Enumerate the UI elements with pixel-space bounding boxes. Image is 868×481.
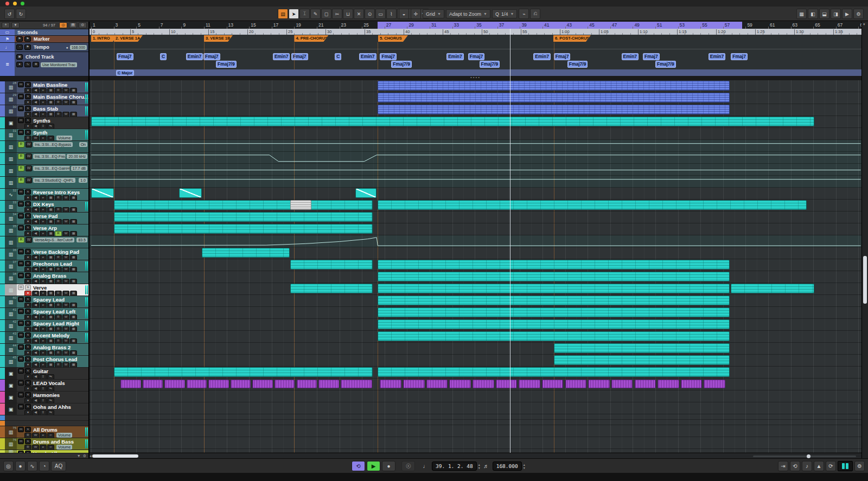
toolbar-extra-icon-1[interactable]: ⎌ [530,9,540,19]
record-button[interactable]: ● [382,461,395,471]
cycle-button[interactable]: ⟲ [352,461,365,471]
clip-vocal[interactable] [658,380,679,388]
zoom-tool-icon[interactable]: ⊙ [365,9,375,19]
lane-group-tracks[interactable] [90,420,861,425]
clip-blue[interactable] [378,105,730,114]
track-ins-3-studioeq-qhfl[interactable]: ▥RWIns.:3:StudioEQ -QHFL1.0 [0,177,88,189]
track-control-button-3[interactable]: ▦ [47,267,54,272]
transport-right-icon-4[interactable]: ⟳ [826,461,836,471]
mute-button[interactable]: m [18,392,24,397]
track-control-button-4[interactable]: R [55,231,62,236]
mute-button[interactable]: m [18,118,24,123]
lane-ins-3-st-eq-gainhfl[interactable] [90,164,861,176]
solo-button[interactable]: s [25,380,31,386]
automation-value[interactable]: 1.0 [79,178,87,183]
track-control-button-1[interactable]: ◀ [32,362,39,368]
clip-teal[interactable] [114,367,373,377]
gear-icon[interactable]: ⚙ [83,454,86,458]
mute-button[interactable]: m [18,368,24,374]
chord-event[interactable]: Fmaj7 [554,53,571,60]
vertical-scrollbar[interactable]: ▾ [861,22,868,458]
track-control-button-4[interactable]: R [55,303,62,308]
track-control-button-2[interactable]: e [40,291,47,296]
mute-button[interactable]: m [18,94,24,99]
mute-button[interactable]: m [18,332,24,338]
track-control-button-4[interactable]: R [55,100,62,105]
chord-event[interactable]: Emin7 [446,53,464,60]
track-control-button-6[interactable]: ▦ [70,350,77,356]
lane-post-chorus-lead[interactable] [90,355,861,367]
track-ins-3-st-eq-bypass[interactable]: ▥RWIns.:3:St...EQ-BypassOn [0,141,88,153]
automation-value[interactable]: 83.5 [76,238,87,242]
automation-value[interactable]: 20.00 kHz [67,154,87,159]
mute-button[interactable]: m [18,201,24,207]
lane-all-drums[interactable] [90,425,861,437]
clip-vocal[interactable] [426,380,448,388]
track-control-button-2[interactable]: ≡ [40,386,47,392]
comp-tool-icon[interactable]: ▭ [375,9,386,19]
track-control-button-2[interactable]: e [40,433,47,438]
track-verse-pad[interactable]: ▥34msVerse Pad●◀e▦RW▦ [0,213,88,225]
track-control-button-1[interactable]: ◀ [32,291,39,296]
clip-vocal[interactable] [164,380,184,388]
track-spacey-lead-right[interactable]: ▥42msSpacey Lead Right●◀e▦RW▦ [0,320,88,332]
clip-ramp[interactable] [179,188,202,198]
clip-vocal[interactable] [704,380,725,388]
solo-button[interactable]: s [25,332,31,338]
clip-vocal[interactable] [565,380,587,388]
track-presets-button[interactable]: ▾ [11,22,20,28]
track-control-button-4[interactable]: R [55,207,62,213]
tempo-mode-icon[interactable]: ♬ [482,461,491,471]
track-control-button-3[interactable]: ▦ [47,100,54,105]
track-control-button-1[interactable]: W [32,445,39,450]
chord-event[interactable]: Emin7 [622,53,639,60]
mute-button[interactable]: m [18,427,24,432]
bar-ruler[interactable]: 1357911131517192123252729313335373941434… [90,22,861,29]
track-control-button-6[interactable]: ▦ [70,219,77,225]
range-selection-tool-icon[interactable]: ⌶ [299,9,310,19]
track-control-button-6[interactable]: ▦ [70,231,77,236]
playhead-cursor[interactable] [510,29,510,453]
lane-spacey-lead[interactable] [90,295,861,307]
solo-button[interactable]: s [25,201,31,207]
chord-event[interactable]: Fmaj7/9 [567,61,588,68]
automation-value[interactable]: On [79,142,87,147]
track-control-button-1[interactable]: ◀ [32,195,39,201]
track-list-menu-button[interactable]: ▤ [69,22,77,28]
track-control-button-5[interactable]: W [62,303,69,308]
lane-lead-vocals[interactable] [90,379,861,390]
solo-button[interactable]: s [25,404,31,409]
track-control-button-6[interactable]: ▦ [70,362,77,368]
track-control-button-0[interactable]: ● [24,350,31,356]
tempo-steppers[interactable]: ▴▾ [524,463,525,470]
track-control-button-3[interactable]: ⇆ [47,398,54,403]
track-control-button-0[interactable]: ● [24,315,31,320]
snap-toggle-icon[interactable]: ✛ [411,9,421,19]
track-control-button-2[interactable]: e [40,350,47,356]
lane-oohs-and-ahhs[interactable] [90,402,861,414]
chord-event[interactable]: Emin7 [709,53,726,60]
track-control-button-1[interactable]: ◀ [32,255,39,260]
chord-event[interactable]: Fmaj7 [203,53,220,60]
draw-tool-icon[interactable]: ✎ [310,9,321,19]
grid-mode-select[interactable]: Grid ▼ [423,9,444,18]
track-verse-backing-pad[interactable]: ▥36msVerse Backing Pad●◀e▦RW▦ [0,248,88,260]
track-control-button-0[interactable]: ● [24,386,31,392]
zone-button-1[interactable]: ◧ [808,9,818,19]
chord-scale-button[interactable]: ∿ [24,62,31,67]
clip-teal[interactable] [378,272,730,281]
undo-button[interactable]: ↺ [4,9,15,19]
clip-teal[interactable] [731,284,814,293]
track-control-button-0[interactable]: ● [24,374,31,380]
track-control-button-2[interactable]: e [40,112,47,117]
fader-parameter[interactable]: Volume [56,433,72,438]
solo-button[interactable]: s [25,368,31,374]
track-control-button-1[interactable]: ◀ [32,315,39,320]
track-analog-brass-2[interactable]: ▥44msAnalog Brass 2●◀e▦RW▦ [0,344,88,356]
clip-teal[interactable] [378,319,730,329]
transport-left-icon-0[interactable]: ◎ [3,461,14,471]
track-guitar[interactable]: ▣msGuitar●◀≡⇆ [0,368,88,380]
track-control-button-3[interactable]: ▦ [47,326,54,332]
track-control-button-6[interactable]: ▦ [70,279,77,284]
track-bass-stab[interactable]: ▥30msBass Stab●◀e▦RW▦ [0,105,88,117]
